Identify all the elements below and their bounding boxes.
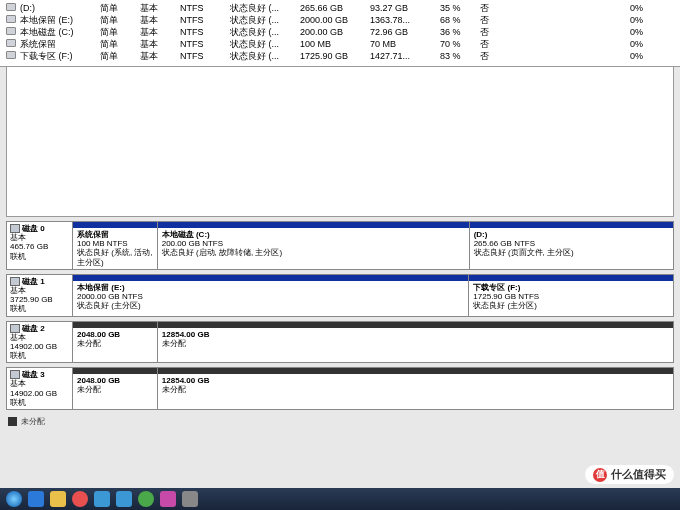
disk-map-pane: 磁盘 0基本465.76 GB联机系统保留100 MB NTFS状态良好 (系统… — [0, 217, 680, 410]
drive-icon — [6, 27, 16, 35]
volume-row[interactable]: 本地磁盘 (C:)简单基本NTFS状态良好 (...200.00 GB72.96… — [6, 26, 674, 38]
disk-label[interactable]: 磁盘 1基本3725.90 GB联机 — [7, 275, 73, 316]
partition[interactable]: 下载专区 (F:)1725.90 GB NTFS状态良好 (主分区) — [469, 275, 673, 316]
disk-state: 联机 — [10, 398, 69, 407]
vol-free: 1427.71... — [370, 51, 440, 61]
volume-row[interactable]: (D:)简单基本NTFS状态良好 (...265.66 GB93.27 GB35… — [6, 2, 674, 14]
vol-type: 基本 — [140, 50, 180, 63]
vol-capacity: 265.66 GB — [300, 3, 370, 13]
disk-icon — [10, 224, 20, 233]
vol-fault: 否 — [480, 50, 520, 63]
disk-icon — [10, 277, 20, 286]
partition-size: 未分配 — [162, 385, 669, 394]
partition[interactable]: 系统保留100 MB NTFS状态良好 (系统, 活动, 主分区) — [73, 222, 158, 269]
partition[interactable]: (D:)265.66 GB NTFS状态良好 (页面文件, 主分区) — [470, 222, 673, 269]
partition[interactable]: 本地保留 (E:)2000.00 GB NTFS状态良好 (主分区) — [73, 275, 469, 316]
vol-pct: 68 % — [440, 15, 480, 25]
partition-name: 本地保留 (E:) — [77, 283, 464, 292]
partition-size: 265.66 GB NTFS — [474, 239, 669, 248]
vol-fs: NTFS — [180, 51, 230, 61]
partition-status: 状态良好 (主分区) — [473, 301, 669, 310]
partition-size: 100 MB NTFS — [77, 239, 153, 248]
legend: 未分配 — [0, 414, 680, 429]
taskbar-app-2[interactable] — [50, 491, 66, 507]
disk-title: 磁盘 0 — [22, 224, 45, 233]
vol-name: (D:) — [20, 3, 100, 13]
vol-pct: 35 % — [440, 3, 480, 13]
disk-type: 基本 — [10, 286, 69, 295]
disk-type: 基本 — [10, 333, 69, 342]
vol-free: 72.96 GB — [370, 27, 440, 37]
vol-capacity: 2000.00 GB — [300, 15, 370, 25]
disk-row: 磁盘 0基本465.76 GB联机系统保留100 MB NTFS状态良好 (系统… — [6, 221, 674, 270]
vol-capacity: 1725.90 GB — [300, 51, 370, 61]
taskbar-app-7[interactable] — [160, 491, 176, 507]
partition-name: 系统保留 — [77, 230, 153, 239]
disk-size: 465.76 GB — [10, 242, 69, 251]
taskbar-app-4[interactable] — [94, 491, 110, 507]
vol-capacity: 200.00 GB — [300, 27, 370, 37]
partition-status: 状态良好 (页面文件, 主分区) — [474, 248, 669, 257]
partition-status: 状态良好 (系统, 活动, 主分区) — [77, 248, 153, 266]
vol-fs: NTFS — [180, 27, 230, 37]
partition-name: 12854.00 GB — [162, 330, 669, 339]
disk-state: 联机 — [10, 252, 69, 261]
disk-icon — [10, 324, 20, 333]
partition-name: 2048.00 GB — [77, 376, 153, 385]
vol-free: 70 MB — [370, 39, 440, 49]
volume-row[interactable]: 下载专区 (F:)简单基本NTFS状态良好 (...1725.90 GB1427… — [6, 50, 674, 62]
vol-name: 下载专区 (F:) — [20, 50, 100, 63]
disk-type: 基本 — [10, 379, 69, 388]
disk-state: 联机 — [10, 351, 69, 360]
drive-icon — [6, 51, 16, 59]
vol-status: 状态良好 (... — [230, 50, 300, 63]
vol-overhead: 0% — [630, 3, 660, 13]
vol-overhead: 0% — [630, 15, 660, 25]
legend-label-unallocated: 未分配 — [21, 416, 45, 427]
vol-free: 93.27 GB — [370, 3, 440, 13]
vol-fs: NTFS — [180, 39, 230, 49]
legend-swatch-unallocated — [8, 417, 17, 426]
volume-row[interactable]: 本地保留 (E:)简单基本NTFS状态良好 (...2000.00 GB1363… — [6, 14, 674, 26]
vol-free: 1363.78... — [370, 15, 440, 25]
drive-icon — [6, 15, 16, 23]
taskbar-app-5[interactable] — [116, 491, 132, 507]
partition-name: 2048.00 GB — [77, 330, 153, 339]
vol-capacity: 100 MB — [300, 39, 370, 49]
taskbar[interactable] — [0, 488, 680, 510]
drive-icon — [6, 39, 16, 47]
disk-title: 磁盘 3 — [22, 370, 45, 379]
taskbar-app-3[interactable] — [72, 491, 88, 507]
partition[interactable]: 2048.00 GB未分配 — [73, 368, 158, 409]
taskbar-app-8[interactable] — [182, 491, 198, 507]
watermark-text: 什么值得买 — [611, 467, 666, 482]
partition-size: 未分配 — [77, 339, 153, 348]
partition-size: 未分配 — [77, 385, 153, 394]
disk-label[interactable]: 磁盘 0基本465.76 GB联机 — [7, 222, 73, 269]
taskbar-app-6[interactable] — [138, 491, 154, 507]
disk-row: 磁盘 2基本14902.00 GB联机2048.00 GB未分配12854.00… — [6, 321, 674, 364]
partition-name: (D:) — [474, 230, 669, 239]
partition-name: 本地磁盘 (C:) — [162, 230, 465, 239]
vol-fs: NTFS — [180, 15, 230, 25]
disk-row: 磁盘 1基本3725.90 GB联机本地保留 (E:)2000.00 GB NT… — [6, 274, 674, 317]
partition-name: 下载专区 (F:) — [473, 283, 669, 292]
disk-label[interactable]: 磁盘 3基本14902.00 GB联机 — [7, 368, 73, 409]
partition[interactable]: 2048.00 GB未分配 — [73, 322, 158, 363]
watermark-badge: 值 — [593, 468, 607, 482]
partition[interactable]: 12854.00 GB未分配 — [158, 322, 673, 363]
taskbar-app-1[interactable] — [28, 491, 44, 507]
volume-list-empty-area — [6, 67, 674, 217]
partition[interactable]: 本地磁盘 (C:)200.00 GB NTFS状态良好 (启动, 故障转储, 主… — [158, 222, 470, 269]
volume-list[interactable]: (D:)简单基本NTFS状态良好 (...265.66 GB93.27 GB35… — [0, 0, 680, 67]
disk-label[interactable]: 磁盘 2基本14902.00 GB联机 — [7, 322, 73, 363]
vol-overhead: 0% — [630, 27, 660, 37]
partition-size: 2000.00 GB NTFS — [77, 292, 464, 301]
partition-size: 未分配 — [162, 339, 669, 348]
start-button[interactable] — [6, 491, 22, 507]
partition-status: 状态良好 (主分区) — [77, 301, 464, 310]
vol-pct: 70 % — [440, 39, 480, 49]
partition[interactable]: 12854.00 GB未分配 — [158, 368, 673, 409]
disk-icon — [10, 370, 20, 379]
volume-row[interactable]: 系统保留简单基本NTFS状态良好 (...100 MB70 MB70 %否0% — [6, 38, 674, 50]
